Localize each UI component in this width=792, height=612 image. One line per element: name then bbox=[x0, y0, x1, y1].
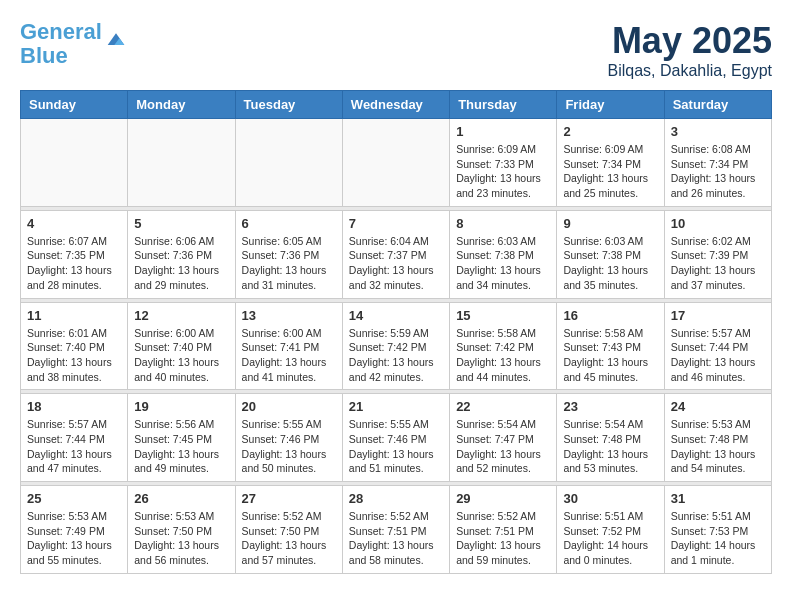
day-header-monday: Monday bbox=[128, 91, 235, 119]
day-info: Sunrise: 6:09 AM Sunset: 7:33 PM Dayligh… bbox=[456, 142, 550, 201]
location-title: Bilqas, Dakahlia, Egypt bbox=[607, 62, 772, 80]
calendar-cell: 14Sunrise: 5:59 AM Sunset: 7:42 PM Dayli… bbox=[342, 302, 449, 390]
day-info: Sunrise: 5:52 AM Sunset: 7:51 PM Dayligh… bbox=[456, 509, 550, 568]
calendar-cell: 9Sunrise: 6:03 AM Sunset: 7:38 PM Daylig… bbox=[557, 210, 664, 298]
calendar-cell: 7Sunrise: 6:04 AM Sunset: 7:37 PM Daylig… bbox=[342, 210, 449, 298]
calendar-cell: 13Sunrise: 6:00 AM Sunset: 7:41 PM Dayli… bbox=[235, 302, 342, 390]
day-info: Sunrise: 6:02 AM Sunset: 7:39 PM Dayligh… bbox=[671, 234, 765, 293]
title-block: May 2025 Bilqas, Dakahlia, Egypt bbox=[607, 20, 772, 80]
day-number: 20 bbox=[242, 399, 336, 414]
calendar-header-row: SundayMondayTuesdayWednesdayThursdayFrid… bbox=[21, 91, 772, 119]
calendar-cell: 22Sunrise: 5:54 AM Sunset: 7:47 PM Dayli… bbox=[450, 394, 557, 482]
day-header-saturday: Saturday bbox=[664, 91, 771, 119]
calendar-cell: 3Sunrise: 6:08 AM Sunset: 7:34 PM Daylig… bbox=[664, 119, 771, 207]
day-number: 14 bbox=[349, 308, 443, 323]
day-info: Sunrise: 6:05 AM Sunset: 7:36 PM Dayligh… bbox=[242, 234, 336, 293]
day-number: 5 bbox=[134, 216, 228, 231]
day-info: Sunrise: 5:56 AM Sunset: 7:45 PM Dayligh… bbox=[134, 417, 228, 476]
day-info: Sunrise: 5:57 AM Sunset: 7:44 PM Dayligh… bbox=[27, 417, 121, 476]
calendar-cell: 2Sunrise: 6:09 AM Sunset: 7:34 PM Daylig… bbox=[557, 119, 664, 207]
day-info: Sunrise: 5:58 AM Sunset: 7:43 PM Dayligh… bbox=[563, 326, 657, 385]
calendar-cell: 24Sunrise: 5:53 AM Sunset: 7:48 PM Dayli… bbox=[664, 394, 771, 482]
calendar-cell bbox=[235, 119, 342, 207]
calendar-cell: 17Sunrise: 5:57 AM Sunset: 7:44 PM Dayli… bbox=[664, 302, 771, 390]
calendar-cell: 30Sunrise: 5:51 AM Sunset: 7:52 PM Dayli… bbox=[557, 486, 664, 574]
day-number: 11 bbox=[27, 308, 121, 323]
day-number: 27 bbox=[242, 491, 336, 506]
day-info: Sunrise: 6:03 AM Sunset: 7:38 PM Dayligh… bbox=[456, 234, 550, 293]
calendar-cell: 15Sunrise: 5:58 AM Sunset: 7:42 PM Dayli… bbox=[450, 302, 557, 390]
day-header-thursday: Thursday bbox=[450, 91, 557, 119]
day-number: 7 bbox=[349, 216, 443, 231]
day-info: Sunrise: 6:08 AM Sunset: 7:34 PM Dayligh… bbox=[671, 142, 765, 201]
calendar-cell bbox=[128, 119, 235, 207]
day-number: 28 bbox=[349, 491, 443, 506]
day-number: 16 bbox=[563, 308, 657, 323]
day-number: 3 bbox=[671, 124, 765, 139]
calendar-cell: 26Sunrise: 5:53 AM Sunset: 7:50 PM Dayli… bbox=[128, 486, 235, 574]
day-number: 12 bbox=[134, 308, 228, 323]
day-info: Sunrise: 5:57 AM Sunset: 7:44 PM Dayligh… bbox=[671, 326, 765, 385]
calendar-week-5: 25Sunrise: 5:53 AM Sunset: 7:49 PM Dayli… bbox=[21, 486, 772, 574]
day-number: 8 bbox=[456, 216, 550, 231]
calendar-cell: 31Sunrise: 5:51 AM Sunset: 7:53 PM Dayli… bbox=[664, 486, 771, 574]
day-number: 24 bbox=[671, 399, 765, 414]
calendar-cell: 16Sunrise: 5:58 AM Sunset: 7:43 PM Dayli… bbox=[557, 302, 664, 390]
day-info: Sunrise: 5:52 AM Sunset: 7:50 PM Dayligh… bbox=[242, 509, 336, 568]
day-number: 30 bbox=[563, 491, 657, 506]
day-number: 9 bbox=[563, 216, 657, 231]
day-info: Sunrise: 5:54 AM Sunset: 7:47 PM Dayligh… bbox=[456, 417, 550, 476]
calendar-cell: 21Sunrise: 5:55 AM Sunset: 7:46 PM Dayli… bbox=[342, 394, 449, 482]
day-number: 1 bbox=[456, 124, 550, 139]
day-info: Sunrise: 5:51 AM Sunset: 7:53 PM Dayligh… bbox=[671, 509, 765, 568]
calendar-cell: 23Sunrise: 5:54 AM Sunset: 7:48 PM Dayli… bbox=[557, 394, 664, 482]
calendar-cell: 25Sunrise: 5:53 AM Sunset: 7:49 PM Dayli… bbox=[21, 486, 128, 574]
day-info: Sunrise: 5:53 AM Sunset: 7:50 PM Dayligh… bbox=[134, 509, 228, 568]
calendar-cell: 4Sunrise: 6:07 AM Sunset: 7:35 PM Daylig… bbox=[21, 210, 128, 298]
day-number: 25 bbox=[27, 491, 121, 506]
day-info: Sunrise: 5:53 AM Sunset: 7:48 PM Dayligh… bbox=[671, 417, 765, 476]
calendar-cell: 12Sunrise: 6:00 AM Sunset: 7:40 PM Dayli… bbox=[128, 302, 235, 390]
calendar-cell: 20Sunrise: 5:55 AM Sunset: 7:46 PM Dayli… bbox=[235, 394, 342, 482]
day-info: Sunrise: 6:03 AM Sunset: 7:38 PM Dayligh… bbox=[563, 234, 657, 293]
day-info: Sunrise: 6:00 AM Sunset: 7:41 PM Dayligh… bbox=[242, 326, 336, 385]
day-number: 22 bbox=[456, 399, 550, 414]
day-info: Sunrise: 5:59 AM Sunset: 7:42 PM Dayligh… bbox=[349, 326, 443, 385]
logo: General Blue bbox=[20, 20, 126, 68]
calendar-cell: 6Sunrise: 6:05 AM Sunset: 7:36 PM Daylig… bbox=[235, 210, 342, 298]
calendar-cell bbox=[342, 119, 449, 207]
day-header-tuesday: Tuesday bbox=[235, 91, 342, 119]
calendar-week-3: 11Sunrise: 6:01 AM Sunset: 7:40 PM Dayli… bbox=[21, 302, 772, 390]
day-number: 10 bbox=[671, 216, 765, 231]
calendar-week-2: 4Sunrise: 6:07 AM Sunset: 7:35 PM Daylig… bbox=[21, 210, 772, 298]
month-title: May 2025 bbox=[607, 20, 772, 62]
day-header-sunday: Sunday bbox=[21, 91, 128, 119]
logo-text: General Blue bbox=[20, 20, 102, 68]
calendar-cell: 29Sunrise: 5:52 AM Sunset: 7:51 PM Dayli… bbox=[450, 486, 557, 574]
day-info: Sunrise: 5:54 AM Sunset: 7:48 PM Dayligh… bbox=[563, 417, 657, 476]
day-info: Sunrise: 5:52 AM Sunset: 7:51 PM Dayligh… bbox=[349, 509, 443, 568]
calendar-cell: 28Sunrise: 5:52 AM Sunset: 7:51 PM Dayli… bbox=[342, 486, 449, 574]
day-number: 4 bbox=[27, 216, 121, 231]
day-info: Sunrise: 6:00 AM Sunset: 7:40 PM Dayligh… bbox=[134, 326, 228, 385]
day-number: 29 bbox=[456, 491, 550, 506]
day-number: 21 bbox=[349, 399, 443, 414]
calendar-week-4: 18Sunrise: 5:57 AM Sunset: 7:44 PM Dayli… bbox=[21, 394, 772, 482]
day-info: Sunrise: 5:55 AM Sunset: 7:46 PM Dayligh… bbox=[349, 417, 443, 476]
calendar-cell: 19Sunrise: 5:56 AM Sunset: 7:45 PM Dayli… bbox=[128, 394, 235, 482]
calendar-cell: 10Sunrise: 6:02 AM Sunset: 7:39 PM Dayli… bbox=[664, 210, 771, 298]
day-info: Sunrise: 6:07 AM Sunset: 7:35 PM Dayligh… bbox=[27, 234, 121, 293]
day-number: 18 bbox=[27, 399, 121, 414]
day-info: Sunrise: 5:51 AM Sunset: 7:52 PM Dayligh… bbox=[563, 509, 657, 568]
day-number: 31 bbox=[671, 491, 765, 506]
day-number: 26 bbox=[134, 491, 228, 506]
calendar-cell: 8Sunrise: 6:03 AM Sunset: 7:38 PM Daylig… bbox=[450, 210, 557, 298]
day-header-wednesday: Wednesday bbox=[342, 91, 449, 119]
day-info: Sunrise: 5:55 AM Sunset: 7:46 PM Dayligh… bbox=[242, 417, 336, 476]
day-info: Sunrise: 6:09 AM Sunset: 7:34 PM Dayligh… bbox=[563, 142, 657, 201]
calendar-cell bbox=[21, 119, 128, 207]
logo-icon bbox=[106, 30, 126, 50]
day-number: 6 bbox=[242, 216, 336, 231]
calendar-cell: 11Sunrise: 6:01 AM Sunset: 7:40 PM Dayli… bbox=[21, 302, 128, 390]
day-number: 23 bbox=[563, 399, 657, 414]
